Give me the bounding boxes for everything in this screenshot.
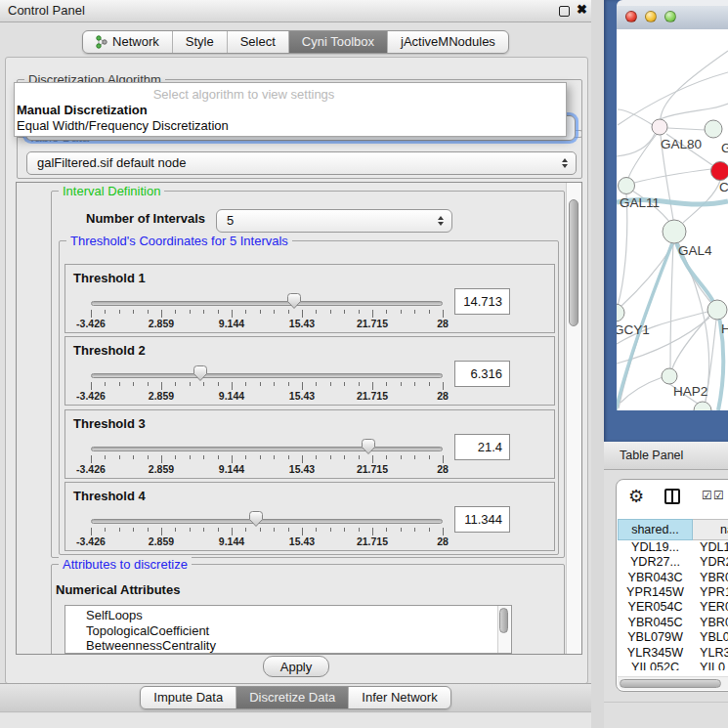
slider-track[interactable] — [91, 519, 443, 524]
gear-icon[interactable]: ⚙ — [628, 486, 644, 507]
tick-label: 9.144 — [219, 318, 244, 329]
column-header-shared-name[interactable]: shared... — [618, 519, 693, 540]
tab-discretize-data[interactable]: Discretize Data — [236, 687, 348, 708]
popup-item-equal-width-frequency[interactable]: Equal Width/Frequency Discretization — [17, 118, 229, 133]
network-edge[interactable] — [618, 72, 728, 125]
table-row[interactable]: YPR145WYPR1 — [618, 585, 728, 600]
interval-definition-title: Interval Definition — [59, 184, 164, 198]
threshold-value-input[interactable]: 14.713 — [454, 288, 510, 315]
list-item[interactable]: TopologicalCoefficient — [65, 623, 511, 639]
table-row[interactable]: YDR27...YDR2 — [618, 555, 728, 570]
threshold-value-input[interactable]: 21.4 — [454, 434, 510, 460]
numerical-attributes-list[interactable]: SelfLoopsTopologicalCoefficientBetweenne… — [64, 605, 512, 654]
tick-label: 2.859 — [149, 390, 174, 402]
algorithm-dropdown-popup: Select algorithm to view settings Manual… — [14, 82, 567, 137]
network-node[interactable] — [652, 119, 667, 135]
tab-impute-data[interactable]: Impute Data — [141, 687, 236, 708]
cell-shared-name: YBR043C — [618, 571, 693, 584]
threshold-value-input[interactable]: 11.344 — [454, 506, 510, 533]
tab-style[interactable]: Style — [172, 31, 227, 53]
tab-network[interactable]: Network — [83, 31, 172, 53]
tick-label: 15.43 — [289, 535, 315, 547]
close-icon[interactable]: ✖ — [577, 2, 587, 17]
network-node[interactable] — [619, 178, 635, 194]
tab-jactivemnodules[interactable]: jActiveMNodules — [387, 31, 508, 53]
list-item[interactable]: SelfLoops — [65, 608, 511, 623]
float-window-icon[interactable] — [559, 6, 570, 17]
traffic-light-minimize-icon[interactable] — [645, 11, 657, 22]
network-node[interactable] — [705, 120, 722, 138]
network-node[interactable] — [662, 368, 677, 384]
popup-item-manual-discretization[interactable]: Manual Discretization — [17, 103, 148, 117]
tab-select[interactable]: Select — [227, 31, 288, 53]
table-row[interactable]: YBL079WYBL0 — [618, 630, 728, 645]
network-node-label: GAL80 — [661, 137, 702, 151]
tab-label: Impute Data — [153, 687, 223, 708]
network-node[interactable] — [617, 304, 624, 321]
network-edge[interactable] — [628, 134, 657, 178]
network-edge[interactable] — [621, 377, 663, 403]
network-edge[interactable] — [660, 104, 728, 119]
checkbox-icon[interactable]: ☑ — [713, 489, 724, 502]
apply-button[interactable]: Apply — [263, 656, 329, 677]
network-node-label: GAL4 — [678, 243, 712, 258]
settings-scrollbar[interactable] — [566, 183, 581, 654]
list-item[interactable]: BetweennessCentrality — [65, 638, 511, 654]
slider-thumb[interactable] — [286, 292, 302, 310]
slider-thumb[interactable] — [248, 510, 264, 528]
table-row[interactable]: YER054CYER0 — [618, 600, 728, 615]
table-row[interactable]: YIL052CYIL0 — [618, 661, 728, 670]
slider-thumb[interactable] — [361, 438, 376, 455]
table-row[interactable]: YBR043CYBR0 — [618, 571, 728, 585]
cell-shared-name: YBL079W — [618, 630, 693, 644]
network-node-label: GCY1 — [617, 322, 650, 337]
network-edge[interactable] — [618, 109, 653, 125]
tick-label: 15.43 — [289, 390, 315, 402]
table-data-combo-value: galFiltered.sif default node — [37, 152, 186, 174]
number-of-intervals-spinner[interactable]: 5 — [216, 209, 452, 233]
threshold-value-input[interactable]: 6.316 — [454, 361, 510, 387]
columns-icon[interactable] — [664, 489, 680, 504]
slider-ticks: -3.4262.8599.14415.4321.71528 — [91, 528, 443, 549]
slider-ticks: -3.4262.8599.14415.4321.71528 — [91, 310, 443, 331]
network-node[interactable] — [711, 162, 728, 181]
table-data-combo[interactable]: galFiltered.sif default node — [26, 151, 577, 175]
tick-label: -3.426 — [76, 390, 106, 402]
slider-track[interactable] — [91, 301, 443, 306]
attributes-list-scrollbar[interactable] — [497, 606, 511, 653]
tick-label: 2.859 — [149, 535, 174, 547]
traffic-light-close-icon[interactable] — [625, 11, 637, 22]
network-window-titlebar[interactable] — [617, 6, 728, 30]
slider-track[interactable] — [91, 373, 443, 378]
slider-track[interactable] — [91, 447, 443, 451]
network-edge[interactable] — [621, 243, 674, 306]
threshold-panel-2: Threshold 2-3.4262.8599.14415.4321.71528… — [64, 336, 555, 406]
network-edge[interactable] — [670, 243, 673, 368]
tab-cyni-toolbox[interactable]: Cyni Toolbox — [288, 31, 387, 53]
column-header-name[interactable]: na — [693, 519, 728, 540]
tick-label: 15.43 — [289, 463, 315, 475]
panel-title: Control Panel — [8, 0, 85, 21]
traffic-light-zoom-icon[interactable] — [664, 11, 676, 22]
network-edge[interactable] — [667, 128, 706, 130]
network-edge[interactable] — [618, 194, 627, 306]
bottom-tabstrip: Impute DataDiscretize DataInfer Network — [0, 686, 591, 709]
slider-thumb[interactable] — [193, 364, 208, 382]
network-canvas[interactable]: GAL80GALCGAL11GAL4GCY1HHAP2 — [617, 29, 728, 410]
table-hscrollbar[interactable] — [618, 676, 728, 690]
network-edge[interactable] — [634, 169, 711, 183]
table-row[interactable]: YBR045CYBR0 — [618, 616, 728, 630]
cell-name: YDL1 — [700, 540, 728, 554]
cell-name: YPR1 — [700, 585, 728, 599]
attributes-group: Attributes to discretize Numerical Attri… — [51, 564, 565, 655]
network-edge[interactable] — [661, 51, 728, 118]
table-hscrollbar-thumb[interactable] — [620, 679, 721, 688]
checkbox-icon[interactable]: ☑ — [702, 489, 712, 502]
tab-infer-network[interactable]: Infer Network — [348, 687, 450, 708]
table-row[interactable]: YDL19...YDL1 — [618, 540, 728, 555]
network-node[interactable] — [707, 300, 727, 320]
network-node[interactable] — [663, 220, 686, 243]
table-panel-title: Table Panel — [620, 442, 683, 470]
tab-label: Infer Network — [362, 687, 437, 708]
table-row[interactable]: YLR345WYLR3 — [618, 646, 728, 661]
